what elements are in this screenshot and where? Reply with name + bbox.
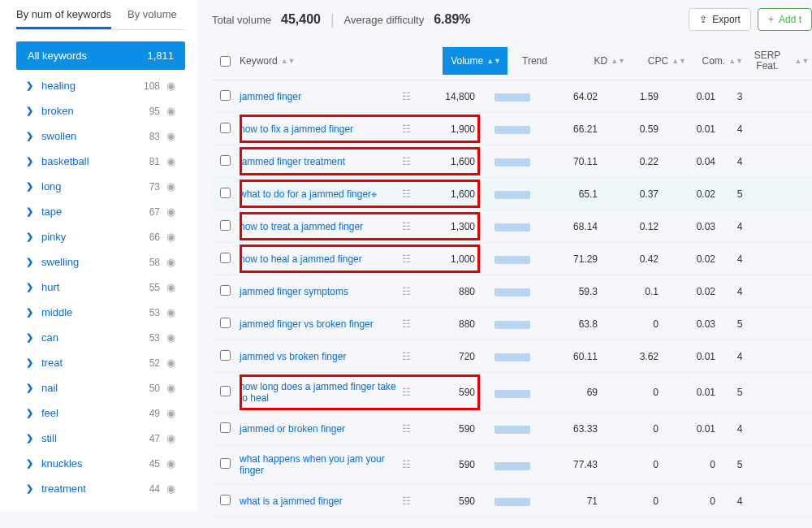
trend-sparkline [495, 121, 530, 134]
table-row[interactable]: how long does a jammed finger take to he… [212, 373, 812, 413]
filter-icon[interactable]: ☷ [402, 188, 418, 200]
col-keyword[interactable]: Keyword▲▼ [240, 55, 443, 67]
table-row[interactable]: how to heal a jammed finger☷1,00071.290.… [212, 243, 812, 275]
serp-value: 4 [715, 123, 764, 135]
keyword-link[interactable]: jammed finger [240, 91, 402, 102]
sidebar-item-count: 53 [149, 332, 160, 344]
filter-icon[interactable]: ☷ [402, 123, 418, 135]
filter-icon[interactable]: ☷ [402, 156, 418, 167]
trend-cell [480, 385, 537, 400]
row-checkbox[interactable] [220, 285, 231, 296]
table-row[interactable]: how to treat a jammed finger☷1,30068.140… [212, 210, 812, 243]
sidebar-item-swelling[interactable]: ❯swelling58◉ [16, 249, 185, 275]
sidebar-item-feel[interactable]: ❯feel49◉ [16, 400, 185, 426]
sidebar-item-label: pinky [41, 231, 149, 243]
row-checkbox[interactable] [220, 123, 231, 133]
all-keywords-button[interactable]: All keywords 1,811 [16, 41, 185, 70]
tab-by-volume[interactable]: By volume [127, 8, 177, 29]
col-serp[interactable]: SERP Feat. [743, 50, 792, 71]
col-com[interactable]: Com.▲▼ [686, 55, 743, 67]
sidebar-item-count: 50 [149, 383, 160, 394]
select-all-checkbox[interactable] [220, 56, 231, 67]
sidebar-item-treatment[interactable]: ❯treatment44◉ [16, 476, 185, 501]
table-row[interactable]: how to fix a jammed finger☷1,90066.210.5… [212, 113, 812, 145]
sidebar-item-long[interactable]: ❯long73◉ [16, 174, 185, 199]
row-checkbox[interactable] [220, 495, 231, 505]
row-checkbox[interactable] [220, 253, 231, 263]
table-row[interactable]: jammed finger treatment☷1,60070.110.220.… [212, 145, 812, 178]
table-row[interactable]: jammed finger☷14,80064.021.590.013 [212, 80, 812, 113]
row-checkbox[interactable] [220, 90, 231, 101]
keyword-link[interactable]: jammed finger treatment [240, 156, 402, 167]
row-checkbox[interactable] [220, 422, 231, 433]
row-checkbox-cell [212, 458, 240, 471]
keyword-link[interactable]: how to treat a jammed finger [240, 221, 402, 232]
col-cpc[interactable]: CPC▲▼ [625, 55, 686, 67]
sidebar-item-still[interactable]: ❯still47◉ [16, 426, 185, 451]
keyword-link[interactable]: how to heal a jammed finger [240, 253, 402, 265]
row-checkbox[interactable] [220, 350, 231, 361]
sidebar-item-label: knuckles [41, 457, 149, 470]
sidebar-item-pinky[interactable]: ❯pinky66◉ [16, 224, 185, 249]
keyword-link[interactable]: how long does a jammed finger take to he… [240, 381, 402, 404]
sidebar-item-label: swollen [41, 130, 149, 142]
sidebar-item-middle[interactable]: ❯middle53◉ [16, 300, 185, 325]
sidebar-item-can[interactable]: ❯can53◉ [16, 325, 185, 350]
row-checkbox[interactable] [220, 155, 231, 166]
export-button[interactable]: ⇪ Export [689, 8, 751, 31]
sort-icon: ▲▼ [795, 58, 810, 63]
keyword-link[interactable]: jammed or broken finger [240, 423, 402, 435]
col-kd[interactable]: KD▲▼ [564, 55, 625, 67]
row-checkbox[interactable] [220, 458, 231, 469]
table-row[interactable]: what to do for a jammed finger⌖☷1,60065.… [212, 178, 812, 210]
table-row[interactable]: what is a jammed finger☷59071004 [212, 485, 812, 517]
table-row[interactable]: jammed or broken finger☷59063.3300.014 [212, 413, 812, 445]
row-checkbox[interactable] [220, 220, 231, 231]
keyword-link[interactable]: jammed finger vs broken finger [240, 318, 402, 330]
table-row[interactable]: jammed vs broken finger☷72060.113.620.01… [212, 340, 812, 373]
row-checkbox[interactable] [220, 318, 231, 328]
trend-sparkline [495, 251, 530, 264]
sidebar-item-tape[interactable]: ❯tape67◉ [16, 199, 185, 224]
sidebar-item-swollen[interactable]: ❯swollen83◉ [16, 123, 185, 149]
filter-icon[interactable]: ☷ [402, 253, 418, 265]
filter-icon[interactable]: ☷ [402, 91, 418, 102]
table-row[interactable]: jammed finger symptoms☷88059.30.10.024 [212, 275, 812, 308]
col-trend[interactable]: Trend [508, 55, 564, 67]
row-checkbox-cell [212, 422, 240, 435]
row-checkbox[interactable] [220, 386, 231, 396]
filter-icon[interactable]: ☷ [402, 459, 418, 470]
table-row[interactable]: what happens when you jam your finger☷59… [212, 445, 812, 485]
filter-icon[interactable]: ☷ [402, 221, 418, 232]
sidebar-item-treat[interactable]: ❯treat52◉ [16, 350, 185, 375]
tab-by-num-keywords[interactable]: By num of keywords [16, 8, 111, 29]
sidebar-item-broken[interactable]: ❯broken95◉ [16, 98, 185, 123]
table-row[interactable]: jammed finger vs broken finger☷88063.800… [212, 308, 812, 340]
sidebar-item-knuckles[interactable]: ❯knuckles45◉ [16, 451, 185, 476]
col-volume[interactable]: Volume▲▼ [443, 47, 508, 75]
table-row[interactable]: how to tell if your finger is jammed☷480… [212, 517, 812, 519]
filter-icon[interactable]: ☷ [402, 387, 418, 398]
sidebar-item-healing[interactable]: ❯healing108◉ [16, 73, 185, 98]
add-button[interactable]: + Add t [758, 8, 812, 31]
keyword-link[interactable]: jammed vs broken finger [240, 351, 402, 362]
filter-icon[interactable]: ☷ [402, 351, 418, 362]
filter-icon[interactable]: ☷ [402, 496, 418, 507]
sidebar-item-nail[interactable]: ❯nail50◉ [16, 375, 185, 400]
kd-value: 63.33 [537, 423, 598, 435]
sidebar-item-hurt[interactable]: ❯hurt55◉ [16, 275, 185, 300]
eye-icon: ◉ [166, 457, 175, 470]
keyword-link[interactable]: what to do for a jammed finger⌖ [240, 188, 402, 200]
keyword-link[interactable]: jammed finger symptoms [240, 286, 402, 297]
com-value: 0.02 [659, 188, 715, 200]
filter-icon[interactable]: ☷ [402, 423, 418, 435]
chevron-right-icon: ❯ [26, 80, 33, 91]
keyword-link[interactable]: how to fix a jammed finger [240, 123, 402, 135]
keyword-link[interactable]: what is a jammed finger [240, 496, 402, 507]
keyword-link[interactable]: what happens when you jam your finger [240, 453, 402, 476]
col-menu[interactable]: ▲▼ [792, 58, 812, 63]
filter-icon[interactable]: ☷ [402, 318, 418, 330]
sidebar-item-basketball[interactable]: ❯basketball81◉ [16, 149, 185, 174]
filter-icon[interactable]: ☷ [402, 286, 418, 297]
row-checkbox[interactable] [220, 188, 231, 198]
